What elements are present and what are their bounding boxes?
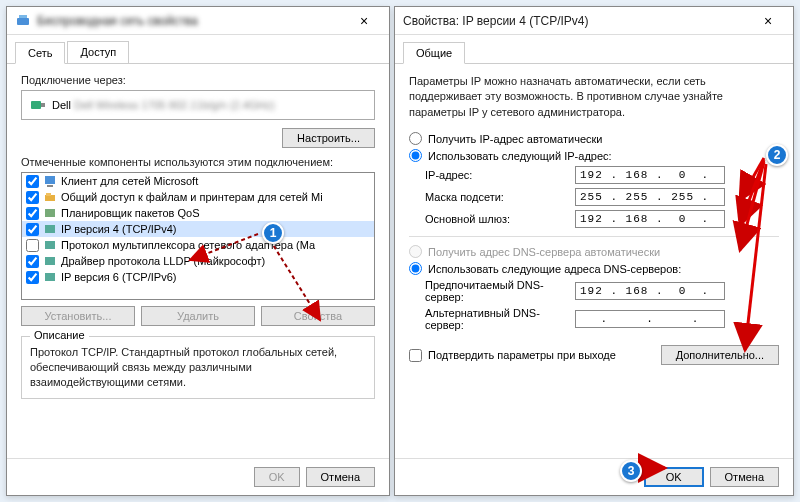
- svg-rect-2: [31, 101, 41, 109]
- share-icon: [43, 190, 57, 204]
- cancel-button-left[interactable]: Отмена: [306, 467, 375, 487]
- annotation-badge-2: 2: [766, 144, 788, 166]
- tab-network[interactable]: Сеть: [15, 42, 65, 64]
- svg-rect-4: [45, 176, 55, 184]
- mask-label: Маска подсети:: [425, 191, 575, 203]
- component-checkbox[interactable]: [26, 239, 39, 252]
- component-checkbox[interactable]: [26, 175, 39, 188]
- protocol-icon: [43, 222, 57, 236]
- radio-manual-ip-input[interactable]: [409, 149, 422, 162]
- radio-auto-dns-input: [409, 245, 422, 258]
- install-button[interactable]: Установить...: [21, 306, 135, 326]
- ipv4-properties-window: Свойства: IP версии 4 (TCP/IPv4) × Общие…: [394, 6, 794, 496]
- properties-button[interactable]: Свойства: [261, 306, 375, 326]
- advanced-button[interactable]: Дополнительно...: [661, 345, 779, 365]
- description-group: Описание Протокол TCP/IP. Стандартный пр…: [21, 336, 375, 399]
- list-item[interactable]: IP версия 6 (TCP/IPv6): [22, 269, 374, 285]
- window-title-right: Свойства: IP версии 4 (TCP/IPv4): [403, 14, 751, 28]
- radio-manual-ip[interactable]: Использовать следующий IP-адрес:: [409, 149, 779, 162]
- titlebar-right: Свойства: IP версии 4 (TCP/IPv4) ×: [395, 7, 793, 35]
- alternate-dns-field[interactable]: [575, 310, 725, 328]
- radio-auto-ip[interactable]: Получить IP-адрес автоматически: [409, 132, 779, 145]
- component-checkbox[interactable]: [26, 271, 39, 284]
- svg-rect-7: [46, 193, 51, 196]
- close-button-left[interactable]: ×: [347, 13, 381, 29]
- adapter-box: Dell Dell Wireless 1705 802.11b/g/n (2.4…: [21, 90, 375, 120]
- adapter-name: Dell Dell Wireless 1705 802.11b/g/n (2.4…: [52, 99, 275, 111]
- tabs-left: Сеть Доступ: [7, 35, 389, 64]
- annotation-badge-3: 3: [620, 460, 642, 482]
- radio-manual-dns[interactable]: Использовать следующие адреса DNS-сервер…: [409, 262, 779, 275]
- list-item[interactable]: Клиент для сетей Microsoft: [22, 173, 374, 189]
- description-text: Протокол TCP/IP. Стандартный протокол гл…: [30, 345, 366, 390]
- radio-auto-ip-input[interactable]: [409, 132, 422, 145]
- svg-rect-1: [19, 15, 27, 18]
- component-checkbox[interactable]: [26, 255, 39, 268]
- ok-button-right[interactable]: OK: [644, 467, 704, 487]
- description-legend: Описание: [30, 329, 89, 341]
- ok-button-left[interactable]: OK: [254, 467, 300, 487]
- components-label: Отмеченные компоненты используются этим …: [21, 156, 375, 168]
- dns1-label: Предпочитаемый DNS-сервер:: [425, 279, 575, 303]
- list-item[interactable]: Планировщик пакетов QoS: [22, 205, 374, 221]
- confirm-on-exit-label: Подтвердить параметры при выходе: [428, 349, 616, 361]
- ip-label: IP-адрес:: [425, 169, 575, 181]
- titlebar-left: Беспроводная сеть свойства ×: [7, 7, 389, 35]
- subnet-mask-field[interactable]: [575, 188, 725, 206]
- gateway-label: Основной шлюз:: [425, 213, 575, 225]
- qos-icon: [43, 206, 57, 220]
- svg-rect-3: [41, 103, 45, 107]
- network-adapter-icon: [15, 13, 31, 29]
- component-checkbox[interactable]: [26, 223, 39, 236]
- dns2-label: Альтернативный DNS-сервер:: [425, 307, 575, 331]
- list-item[interactable]: Протокол мультиплексора сетевого адаптер…: [22, 237, 374, 253]
- protocol-icon: [43, 238, 57, 252]
- radio-auto-dns: Получить адрес DNS-сервера автоматически: [409, 245, 779, 258]
- ip-address-field[interactable]: [575, 166, 725, 184]
- protocol-icon: [43, 254, 57, 268]
- info-text: Параметры IP можно назначать автоматичес…: [409, 74, 779, 120]
- tabs-right: Общие: [395, 35, 793, 64]
- list-item-ipv4[interactable]: IP версия 4 (TCP/IPv4): [22, 221, 374, 237]
- window-title-left: Беспроводная сеть свойства: [37, 14, 347, 28]
- cancel-button-right[interactable]: Отмена: [710, 467, 779, 487]
- network-properties-window: Беспроводная сеть свойства × Сеть Доступ…: [6, 6, 390, 496]
- remove-button[interactable]: Удалить: [141, 306, 255, 326]
- list-item[interactable]: Общий доступ к файлам и принтерам для се…: [22, 189, 374, 205]
- svg-rect-12: [45, 273, 55, 281]
- svg-rect-11: [45, 257, 55, 265]
- configure-button[interactable]: Настроить...: [282, 128, 375, 148]
- svg-rect-0: [17, 18, 29, 25]
- list-item[interactable]: Драйвер протокола LLDP (Майкрософт): [22, 253, 374, 269]
- close-button-right[interactable]: ×: [751, 13, 785, 29]
- connect-through-label: Подключение через:: [21, 74, 375, 86]
- preferred-dns-field[interactable]: [575, 282, 725, 300]
- svg-rect-5: [47, 185, 53, 187]
- tab-general[interactable]: Общие: [403, 42, 465, 64]
- adapter-icon: [30, 97, 46, 113]
- gateway-field[interactable]: [575, 210, 725, 228]
- svg-rect-9: [45, 225, 55, 233]
- tab-access[interactable]: Доступ: [67, 41, 129, 63]
- component-checkbox[interactable]: [26, 191, 39, 204]
- components-list[interactable]: Клиент для сетей Microsoft Общий доступ …: [21, 172, 375, 300]
- svg-rect-8: [45, 209, 55, 217]
- client-icon: [43, 174, 57, 188]
- annotation-badge-1: 1: [262, 222, 284, 244]
- confirm-on-exit-checkbox[interactable]: [409, 349, 422, 362]
- radio-manual-dns-input[interactable]: [409, 262, 422, 275]
- component-checkbox[interactable]: [26, 207, 39, 220]
- svg-rect-10: [45, 241, 55, 249]
- protocol-icon: [43, 270, 57, 284]
